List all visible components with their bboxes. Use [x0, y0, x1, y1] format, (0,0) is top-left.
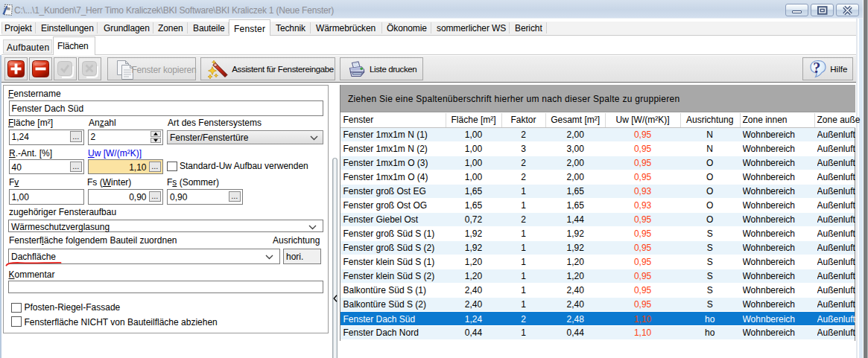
svg-text:?: ?: [813, 60, 820, 76]
